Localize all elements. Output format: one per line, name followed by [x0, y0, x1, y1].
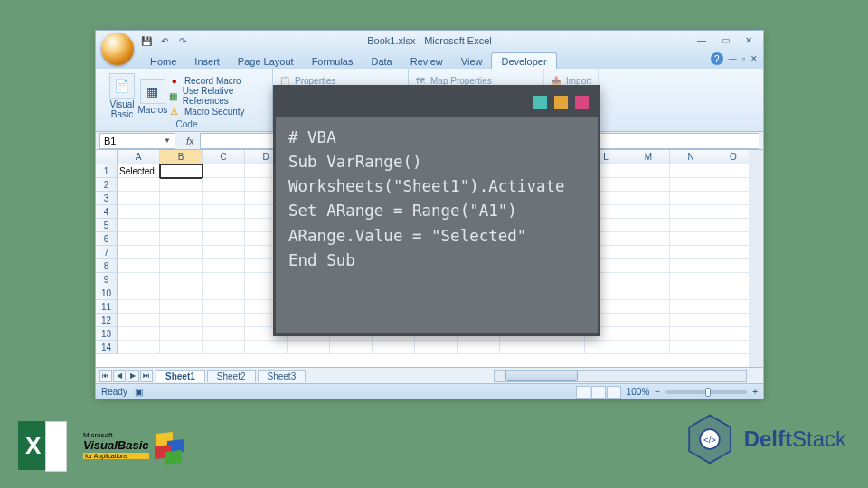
- cell[interactable]: [670, 314, 712, 327]
- row-header[interactable]: 14: [96, 341, 118, 354]
- row-header[interactable]: 13: [96, 327, 118, 341]
- sheet-tab-1[interactable]: Sheet1: [156, 370, 205, 382]
- cell[interactable]: [203, 246, 245, 259]
- cell[interactable]: [118, 232, 160, 246]
- row-header[interactable]: 12: [96, 314, 118, 327]
- cell[interactable]: [118, 300, 160, 314]
- cell[interactable]: [160, 286, 203, 300]
- row-header[interactable]: 8: [96, 259, 118, 273]
- cell[interactable]: [160, 246, 203, 259]
- cell[interactable]: [203, 219, 245, 232]
- cell[interactable]: [160, 164, 203, 178]
- col-header-n[interactable]: N: [670, 150, 712, 164]
- cell[interactable]: [118, 178, 160, 192]
- cell[interactable]: [118, 341, 160, 354]
- cell[interactable]: [203, 178, 245, 192]
- doc-close-button[interactable]: ✕: [750, 54, 758, 63]
- cell[interactable]: [373, 341, 415, 354]
- cell[interactable]: Selected: [118, 164, 160, 178]
- cell[interactable]: [627, 300, 670, 314]
- cell[interactable]: [627, 178, 670, 192]
- zoom-in-button[interactable]: +: [752, 387, 758, 397]
- view-layout-button[interactable]: [591, 386, 606, 399]
- cell[interactable]: [245, 341, 288, 354]
- minimize-button[interactable]: —: [691, 33, 712, 47]
- maximize-button[interactable]: ▭: [714, 33, 736, 47]
- tab-home[interactable]: Home: [141, 53, 185, 69]
- redo-icon[interactable]: ↷: [175, 33, 190, 48]
- cell[interactable]: [458, 341, 500, 354]
- cell[interactable]: [670, 286, 712, 300]
- tab-developer[interactable]: Developer: [491, 52, 556, 69]
- cell[interactable]: [288, 341, 330, 354]
- sheet-nav-prev[interactable]: ◀: [113, 370, 126, 382]
- cell[interactable]: [670, 246, 712, 259]
- cell[interactable]: [203, 232, 245, 246]
- cell[interactable]: [670, 232, 712, 246]
- col-header-a[interactable]: A: [118, 150, 160, 164]
- cell[interactable]: [118, 205, 160, 219]
- cell[interactable]: [627, 219, 670, 232]
- cell[interactable]: [203, 341, 245, 354]
- row-header[interactable]: 7: [96, 246, 118, 259]
- cell[interactable]: [670, 259, 712, 273]
- cell[interactable]: [670, 273, 712, 286]
- cell[interactable]: [118, 246, 160, 259]
- cell[interactable]: [627, 286, 670, 300]
- view-normal-button[interactable]: [576, 386, 590, 399]
- use-relative-button[interactable]: ▦Use Relative References: [168, 89, 267, 103]
- cell[interactable]: [203, 164, 245, 178]
- cell[interactable]: [203, 273, 245, 286]
- cell[interactable]: [160, 259, 203, 273]
- cell[interactable]: [627, 205, 670, 219]
- sheet-tab-2[interactable]: Sheet2: [207, 370, 256, 382]
- cell[interactable]: [118, 314, 160, 327]
- tab-data[interactable]: Data: [362, 53, 401, 69]
- row-header[interactable]: 1: [96, 164, 118, 178]
- macro-security-button[interactable]: ⚠Macro Security: [168, 104, 267, 118]
- cell[interactable]: [160, 273, 203, 286]
- tab-insert[interactable]: Insert: [185, 53, 229, 69]
- save-icon[interactable]: 💾: [139, 33, 154, 48]
- sheet-nav-next[interactable]: ▶: [127, 370, 139, 382]
- cell[interactable]: [203, 327, 245, 341]
- row-header[interactable]: 6: [96, 232, 118, 246]
- cell[interactable]: [118, 286, 160, 300]
- cell[interactable]: [118, 192, 160, 205]
- cell[interactable]: [415, 341, 458, 354]
- cell[interactable]: [627, 327, 670, 341]
- cell[interactable]: [203, 205, 245, 219]
- cell[interactable]: [118, 273, 160, 286]
- chevron-down-icon[interactable]: ▼: [164, 136, 171, 145]
- cell[interactable]: [160, 219, 203, 232]
- cell[interactable]: [203, 259, 245, 273]
- cell[interactable]: [627, 232, 670, 246]
- cell[interactable]: [670, 327, 712, 341]
- cell[interactable]: [670, 300, 712, 314]
- cell[interactable]: [160, 314, 203, 327]
- cell[interactable]: [627, 259, 670, 273]
- doc-restore-button[interactable]: ▫: [742, 54, 745, 63]
- cell[interactable]: [670, 219, 712, 232]
- cell[interactable]: [160, 205, 203, 219]
- cell[interactable]: [118, 219, 160, 232]
- sheet-nav-last[interactable]: ⏭: [140, 370, 153, 382]
- name-box[interactable]: B1 ▼: [99, 133, 175, 149]
- cell[interactable]: [203, 286, 245, 300]
- col-header-b[interactable]: B: [160, 150, 203, 164]
- cell[interactable]: [203, 314, 245, 327]
- cell[interactable]: [500, 341, 542, 354]
- close-button[interactable]: ✕: [738, 33, 760, 47]
- cell[interactable]: [542, 341, 585, 354]
- cell[interactable]: [670, 192, 712, 205]
- cell[interactable]: [585, 341, 627, 354]
- col-header-c[interactable]: C: [203, 150, 245, 164]
- tab-page-layout[interactable]: Page Layout: [229, 53, 303, 69]
- undo-icon[interactable]: ↶: [157, 33, 172, 48]
- help-icon[interactable]: ?: [711, 52, 723, 65]
- tab-review[interactable]: Review: [401, 53, 452, 69]
- sheet-nav-first[interactable]: ⏮: [99, 370, 112, 382]
- tab-view[interactable]: View: [452, 53, 492, 69]
- cell[interactable]: [627, 164, 670, 178]
- cell[interactable]: [203, 300, 245, 314]
